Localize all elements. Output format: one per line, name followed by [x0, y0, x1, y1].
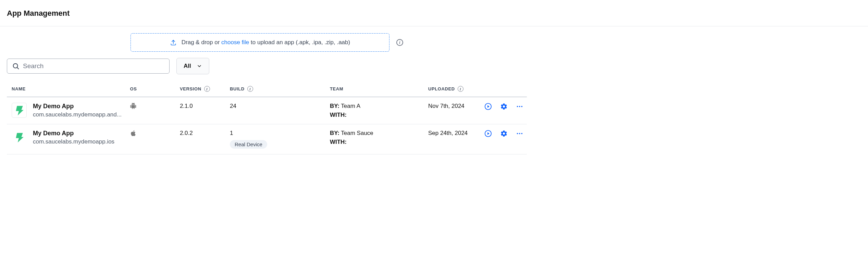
info-icon[interactable]: i [204, 86, 210, 92]
apple-icon [130, 130, 137, 137]
table-row[interactable]: My Demo App com.saucelabs.mydemoapp.and.… [7, 97, 527, 124]
upload-suffix: to upload an app (.apk, .ipa, .zip, .aab… [249, 39, 350, 46]
build-value: 1 [230, 130, 326, 137]
app-package: com.saucelabs.mydemoapp.and... [33, 111, 122, 118]
play-button[interactable] [484, 103, 492, 110]
upload-prefix: Drag & drop or [182, 39, 221, 46]
col-os: OS [130, 86, 137, 91]
app-icon [12, 103, 27, 118]
page-title: App Management [7, 9, 861, 18]
table-row[interactable]: My Demo App com.saucelabs.mydemoapp.ios … [7, 124, 527, 154]
play-button[interactable] [484, 130, 492, 137]
version-value: 2.1.0 [180, 103, 193, 109]
android-icon [130, 103, 137, 110]
col-version: VERSION [180, 86, 201, 91]
toolbar: All [7, 58, 527, 74]
app-icon [12, 130, 27, 145]
upload-dropzone[interactable]: Drag & drop or choose file to upload an … [131, 33, 389, 52]
col-name: NAME [12, 86, 26, 91]
more-button[interactable] [516, 103, 523, 110]
col-build: BUILD [230, 86, 245, 91]
upload-row: Drag & drop or choose file to upload an … [7, 33, 527, 52]
apps-table: NAME OS VERSION i BUILD i TEAM [7, 81, 527, 154]
version-value: 2.0.2 [180, 130, 193, 136]
team-by: BY: Team A [330, 103, 425, 110]
team-by: BY: Team Sauce [330, 130, 425, 137]
upload-icon [170, 39, 177, 46]
info-icon[interactable]: i [247, 86, 253, 92]
team-with: WITH: [330, 139, 425, 146]
os-filter-label: All [184, 63, 191, 70]
uploaded-date: Nov 7th, 2024 [428, 103, 464, 109]
page-header: App Management [0, 0, 868, 26]
more-button[interactable] [516, 130, 523, 137]
app-name: My Demo App [33, 130, 114, 137]
app-name: My Demo App [33, 103, 122, 110]
info-icon[interactable]: i [458, 86, 463, 92]
device-tag: Real Device [230, 140, 267, 149]
col-team: TEAM [330, 86, 343, 91]
app-package: com.saucelabs.mydemoapp.ios [33, 138, 114, 145]
settings-button[interactable] [500, 130, 508, 137]
upload-text: Drag & drop or choose file to upload an … [182, 39, 350, 46]
main-content: Drag & drop or choose file to upload an … [0, 33, 534, 154]
search-icon [12, 62, 20, 70]
os-filter-dropdown[interactable]: All [176, 58, 209, 74]
uploaded-date: Sep 24th, 2024 [428, 130, 468, 136]
info-icon[interactable]: i [396, 39, 403, 46]
settings-button[interactable] [500, 103, 508, 110]
team-with: WITH: [330, 112, 425, 118]
table-header: NAME OS VERSION i BUILD i TEAM [7, 81, 527, 97]
search-input[interactable] [23, 62, 164, 70]
build-value: 24 [230, 103, 326, 110]
choose-file-link[interactable]: choose file [221, 39, 249, 46]
col-uploaded: UPLOADED [428, 86, 455, 91]
chevron-down-icon [197, 63, 202, 69]
svg-line-2 [17, 67, 18, 69]
search-box[interactable] [7, 59, 170, 74]
